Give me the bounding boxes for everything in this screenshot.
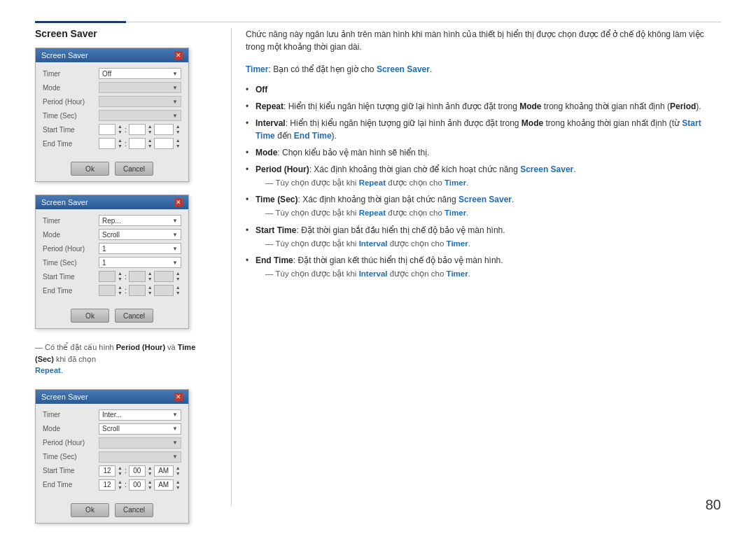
dialog-1-cancel-button[interactable]: Cancel <box>115 162 153 176</box>
bullet-period: • Period (Hour): Xác định khoảng thời gi… <box>246 163 721 189</box>
caption-1-repeat: Repeat <box>35 366 61 374</box>
dialog-2-time-value[interactable]: 1▼ <box>99 257 181 268</box>
dialog-1-period-value: ▼ <box>99 96 181 107</box>
dialog-2-time-row: Time (Sec) 1▼ <box>43 257 181 268</box>
dialog-2-title: Screen Saver <box>41 198 88 206</box>
dialog-1-mode-value: ▼ <box>99 82 181 93</box>
dialog-3-timer-value[interactable]: Inter...▼ <box>99 409 181 421</box>
dialog-1-footer: Ok Cancel <box>36 157 188 181</box>
dialog-3-end-label: End Time <box>43 481 99 489</box>
dialog-2-start-label: Start Time <box>43 273 99 281</box>
dialog-2-end-time-row: End Time ▲▼ : ▲▼ ▲▼ <box>43 285 181 296</box>
left-column: Screen Saver Screen Saver ✕ Timer Off▼ M… <box>35 28 231 506</box>
dialog-3-ok-button[interactable]: Ok <box>71 503 109 517</box>
dialog-2-timer-label: Timer <box>43 217 99 225</box>
dialog-2-body: Timer Rep...▼ Mode Scroll▼ Period (Hour)… <box>36 209 188 304</box>
bullet-repeat-label: Repeat <box>255 101 284 111</box>
dialog-2-end-min <box>129 285 146 296</box>
dialog-1-titlebar: Screen Saver ✕ <box>36 48 188 62</box>
right-column: Chức năng này ngăn lưu ảnh trên màn hình… <box>231 28 721 506</box>
top-border-light <box>126 22 721 22</box>
intro-paragraph: Chức năng này ngăn lưu ảnh trên màn hình… <box>246 28 721 53</box>
bullet-mode: • Mode: Chọn kiểu bảo vệ màn hình sẽ hiể… <box>246 146 721 159</box>
top-border-dark <box>35 21 126 23</box>
bullet-mode-label: Mode <box>255 148 277 157</box>
dialog-2-footer: Ok Cancel <box>36 304 188 328</box>
dialog-1-mode-label: Mode <box>43 84 99 92</box>
dialog-2-period-label: Period (Hour) <box>43 245 99 253</box>
bullet-off: • Off <box>246 83 721 96</box>
bullet-off-label: Off <box>255 85 267 94</box>
dialog-3-timer-row: Timer Inter...▼ <box>43 409 181 421</box>
bullet-repeat: • Repeat: Hiển thị kiểu ngăn hiện tượng … <box>246 100 721 113</box>
dialog-2: Screen Saver ✕ Timer Rep...▼ Mode Scroll… <box>35 195 189 329</box>
dialog-3-time-row: Time (Sec) ▼ <box>43 451 181 463</box>
dialog-2-mode-value[interactable]: Scroll▼ <box>99 229 181 240</box>
dialog-2-time-label: Time (Sec) <box>43 259 99 267</box>
timer-label: Timer <box>246 64 268 74</box>
dialog-1-ok-button[interactable]: Ok <box>71 162 109 176</box>
dialog-1-title: Screen Saver <box>41 51 88 59</box>
dialog-1-start-hour <box>99 124 115 135</box>
dialog-3-end-time-row: End Time 12 ▲▼ : 00 ▲▼ AM ▲▼ <box>43 479 181 491</box>
dialog-3-start-ampm[interactable]: AM <box>154 465 174 477</box>
dialog-3-end-min[interactable]: 00 <box>129 479 146 491</box>
dialog-1-period-row: Period (Hour) ▼ <box>43 96 181 107</box>
dialog-1-period-label: Period (Hour) <box>43 98 99 106</box>
dialog-2-start-min <box>129 271 146 282</box>
dialog-3-start-min[interactable]: 00 <box>129 465 146 477</box>
dialog-3-end-ampm[interactable]: AM <box>154 479 174 491</box>
dialog-3-mode-value[interactable]: Scroll▼ <box>99 423 181 435</box>
dialog-3-body: Timer Inter...▼ Mode Scroll▼ Period (Hou… <box>36 404 188 499</box>
dialog-3-titlebar: Screen Saver ✕ <box>36 390 188 404</box>
dialog-3-title: Screen Saver <box>41 393 88 401</box>
dialog-3-end-time: 12 ▲▼ : 00 ▲▼ AM ▲▼ <box>99 479 181 491</box>
dialog-3-close[interactable]: ✕ <box>174 393 183 401</box>
dialog-2-end-label: End Time <box>43 287 99 295</box>
dialog-3-start-time-row: Start Time 12 ▲▼ : 00 ▲▼ AM ▲▼ <box>43 465 181 477</box>
bullet-interval: • Interval: Hiển thị kiểu ngăn hiện tượn… <box>246 117 721 142</box>
dialog-1-time-label: Time (Sec) <box>43 112 99 120</box>
caption-1-period: Period (Hour) <box>116 343 165 351</box>
dialog-1: Screen Saver ✕ Timer Off▼ Mode ▼ <box>35 48 189 182</box>
bullet-time-sec-label: Time (Sec) <box>255 195 298 204</box>
caption-1: — Có thể đặt cấu hình Period (Hour) và T… <box>35 342 210 377</box>
dialog-1-end-label: End Time <box>43 140 99 148</box>
dialog-3-mode-row: Mode Scroll▼ <box>43 423 181 435</box>
dialog-3-cancel-button[interactable]: Cancel <box>115 503 153 517</box>
dialog-1-time-value: ▼ <box>99 110 181 121</box>
dialog-2-ok-button[interactable]: Ok <box>71 309 109 323</box>
dialog-3-start-label: Start Time <box>43 467 99 475</box>
dialog-2-mode-label: Mode <box>43 231 99 239</box>
dialog-1-end-hour <box>99 138 115 149</box>
dialog-2-cancel-button[interactable]: Cancel <box>115 309 153 323</box>
bullet-end-time: • End Time: Đặt thời gian kết thúc hiển … <box>246 254 721 280</box>
dialog-1-start-time-row: Start Time ▲▼ : ▲▼ ▲▼ <box>43 124 181 135</box>
dialog-2-end-hour <box>99 285 115 296</box>
dialog-2-start-hour <box>99 271 115 282</box>
dialog-2-timer-value[interactable]: Rep...▼ <box>99 215 181 226</box>
dialog-1-mode-row: Mode ▼ <box>43 82 181 93</box>
dialog-2-end-time: ▲▼ : ▲▼ ▲▼ <box>99 285 181 296</box>
right-content: Chức năng này ngăn lưu ảnh trên màn hình… <box>246 28 721 280</box>
dialog-1-timer-value[interactable]: Off▼ <box>99 68 181 79</box>
dialog-1-end-time: ▲▼ : ▲▼ ▲▼ <box>99 138 181 149</box>
dialog-1-timer-label: Timer <box>43 70 99 78</box>
dialog-2-period-row: Period (Hour) 1▼ <box>43 243 181 254</box>
dialog-1-end-min <box>129 138 146 149</box>
dialog-3: Screen Saver ✕ Timer Inter...▼ Mode Scro… <box>35 389 189 524</box>
dialog-2-mode-row: Mode Scroll▼ <box>43 229 181 240</box>
dialog-3-mode-label: Mode <box>43 425 99 433</box>
dialog-2-close[interactable]: ✕ <box>174 198 183 206</box>
dialog-2-start-ampm <box>154 271 174 282</box>
dialog-1-timer-row: Timer Off▼ <box>43 68 181 79</box>
dialog-2-timer-row: Timer Rep...▼ <box>43 215 181 226</box>
dialog-2-period-value[interactable]: 1▼ <box>99 243 181 254</box>
dialog-3-footer: Ok Cancel <box>36 499 188 523</box>
timer-screen-saver: Screen Saver <box>377 64 430 74</box>
dialog-1-close[interactable]: ✕ <box>174 51 183 59</box>
bullet-start-time-label: Start Time <box>255 225 296 235</box>
dialog-3-end-hour[interactable]: 12 <box>99 479 115 491</box>
dialog-3-start-hour[interactable]: 12 <box>99 465 115 477</box>
bullet-time-sec: • Time (Sec): Xác định khoảng thời gian … <box>246 193 721 219</box>
